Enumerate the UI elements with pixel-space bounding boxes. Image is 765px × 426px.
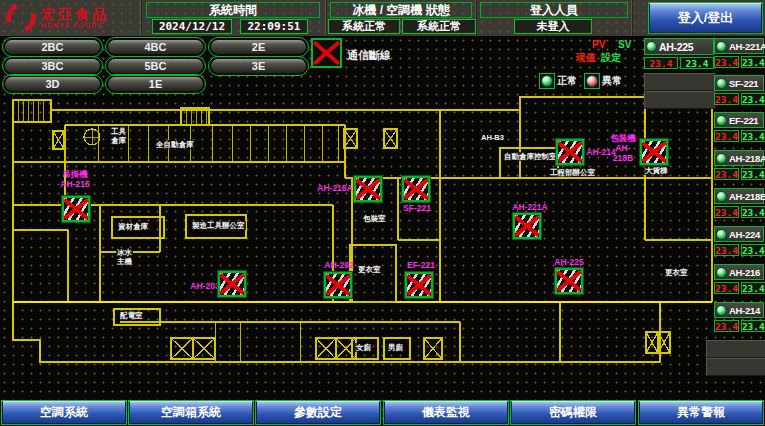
area-button-2e[interactable]: 2E	[210, 39, 307, 55]
system-date-value: 2024/12/12	[152, 19, 232, 34]
unit-panel-sf-221[interactable]: SF-221 23.423.4	[714, 75, 764, 105]
unit-panel-ef-221[interactable]: EF-221 23.423.4	[714, 112, 764, 142]
nav-parameter-setup[interactable]: 參數設定	[256, 401, 380, 424]
ahu-tag: AH-218A	[316, 184, 354, 194]
comm-loss-label: 通信斷線	[347, 50, 391, 61]
empty-panel	[644, 73, 716, 91]
room-label: AH-B3	[480, 133, 505, 142]
area-button-4bc[interactable]: 4BC	[107, 39, 204, 55]
unit-sv-value: 23.4	[741, 130, 765, 142]
area-button-3bc[interactable]: 3BC	[4, 58, 101, 74]
ahu-icon-offline[interactable]	[640, 139, 668, 165]
room-label: 工具 倉庫	[110, 127, 127, 145]
room-label: 男廁	[387, 343, 404, 352]
room-label: 女廁	[355, 343, 372, 352]
unit-panel-ah-218a[interactable]: AH-218A 23.423.4	[714, 150, 764, 180]
unit-name: SF-221	[729, 78, 758, 89]
nav-hvac-system[interactable]: 空調系統	[2, 401, 126, 424]
area-button-5bc[interactable]: 5BC	[107, 58, 204, 74]
unit-name: AH-218B	[729, 191, 765, 202]
room-label: 製造工具辦公室	[191, 221, 246, 230]
ahu-tag: AH-225	[552, 258, 586, 268]
area-button-1e[interactable]: 1E	[107, 76, 204, 92]
area-button-2bc[interactable]: 2BC	[4, 39, 101, 55]
abnormal-led	[584, 73, 600, 89]
ahu-tag: 吊掛機 AH-215	[56, 170, 94, 190]
unit-pv-value: 23.4	[714, 320, 739, 332]
ahu-tag: EF-221	[404, 261, 438, 271]
unit-status-led	[716, 305, 727, 316]
unit-name: AH-224	[729, 229, 760, 240]
unit-status-led	[646, 41, 657, 52]
unit-values-row: 23.4 23.4	[644, 57, 714, 69]
header-divider	[631, 0, 633, 36]
room-label: 資材倉庫	[117, 222, 149, 231]
pv-name-label: 現值	[576, 53, 596, 63]
ahu-icon-offline[interactable]	[513, 213, 541, 239]
login-user-label: 登入人員	[480, 2, 628, 18]
unit-pv-value: 23.4	[714, 244, 739, 256]
area-button-3d[interactable]: 3D	[4, 76, 101, 92]
header-divider	[140, 0, 142, 36]
unit-panel-ah-225[interactable]: AH-225 23.4 23.4	[644, 38, 714, 69]
ahu-tag: 包裝機 AH-218B	[608, 134, 638, 163]
normal-led	[539, 73, 555, 89]
ahu-icon-offline[interactable]	[354, 176, 382, 202]
area-button-3e[interactable]: 3E	[210, 58, 307, 74]
system-time-label: 系統時間	[146, 2, 320, 18]
red-led-icon	[586, 75, 598, 87]
sv-label: SV	[618, 40, 631, 50]
room-label: 大貨梯	[644, 166, 669, 175]
unit-panel-ah-216[interactable]: AH-216 23.423.4	[714, 264, 764, 294]
unit-name: EF-221	[729, 115, 758, 126]
unit-status-led	[716, 115, 727, 126]
ahu-icon-offline[interactable]	[62, 196, 90, 222]
nav-ahu-system[interactable]: 空調箱系統	[129, 401, 253, 424]
ahu-icon-offline[interactable]	[218, 271, 246, 297]
unit-status-led	[716, 229, 727, 240]
unit-panel-ah-214[interactable]: AH-214 23.423.4	[714, 302, 764, 332]
pv-label: PV	[592, 40, 605, 50]
ahu-icon-offline[interactable]	[555, 268, 583, 294]
abnormal-legend-label: 異常	[602, 76, 622, 86]
header: 宏亞食品 HUNYA FOODS 系統時間 2024/12/12 22:09:5…	[0, 0, 765, 37]
ahu-tag: SF-221	[400, 204, 434, 214]
brand-logo: 宏亞食品 HUNYA FOODS	[6, 3, 109, 33]
normal-legend-label: 正常	[557, 76, 577, 86]
unit-name: AH-221A	[729, 41, 765, 52]
machine-status-label: 冰機 / 空調機 狀態	[330, 2, 472, 18]
ahu-icon-offline[interactable]	[556, 139, 584, 165]
room-label: 工程部辦公室	[549, 168, 596, 177]
ahu-icon-offline[interactable]	[402, 176, 430, 202]
nav-abnormal-alarm[interactable]: 異常警報	[639, 401, 763, 424]
login-logout-button[interactable]: 登入/登出	[649, 3, 762, 33]
unit-pv-value: 23.4	[714, 282, 739, 294]
brand-text: 宏亞食品 HUNYA FOODS	[41, 7, 109, 29]
ahu-tag: AH-221A	[510, 203, 550, 213]
unit-pv-value: 23.4	[644, 57, 678, 69]
unit-pv-value: 23.4	[714, 56, 739, 68]
room-label: 更衣室	[357, 265, 382, 274]
ahu-icon-offline[interactable]	[405, 272, 433, 298]
unit-status-led	[716, 41, 727, 52]
nav-meter-monitor[interactable]: 儀表監視	[384, 401, 508, 424]
unit-status-led	[716, 267, 727, 278]
unit-sv-value: 23.4	[741, 93, 765, 105]
ac-status-value: 系統正常	[402, 19, 476, 34]
empty-panel	[644, 91, 716, 109]
nav-password-access[interactable]: 密碼權限	[511, 401, 635, 424]
unit-sv-value: 23.4	[741, 56, 765, 68]
unit-pv-value: 23.4	[714, 168, 739, 180]
unit-sv-value: 23.4	[741, 168, 765, 180]
unit-pv-value: 23.4	[714, 130, 739, 142]
unit-sv-value: 23.4	[741, 320, 765, 332]
unit-panel-ah-224[interactable]: AH-224 23.423.4	[714, 226, 764, 256]
ahu-icon-offline[interactable]	[324, 272, 352, 298]
unit-sv-value: 23.4	[741, 244, 765, 256]
unit-sv-value: 23.4	[741, 282, 765, 294]
system-time-value: 22:09:51	[240, 19, 308, 34]
unit-panel-ah-221a[interactable]: AH-221A 23.423.4	[714, 38, 764, 68]
unit-name: AH-216	[729, 267, 760, 278]
empty-panel	[706, 358, 765, 376]
unit-panel-ah-218b[interactable]: AH-218B 23.423.4	[714, 188, 764, 218]
